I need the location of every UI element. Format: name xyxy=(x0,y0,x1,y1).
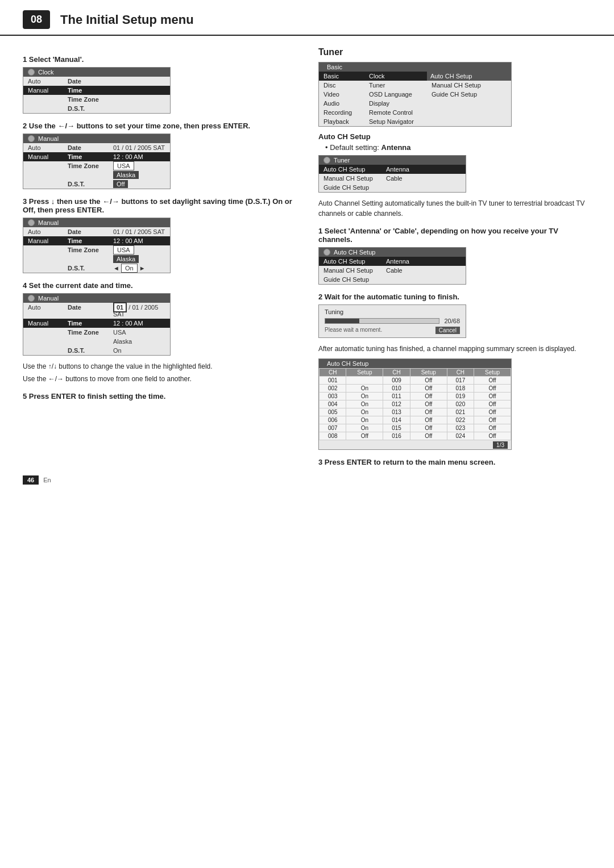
step3-heading: 3 Press ↓ then use the ←/→ buttons to se… xyxy=(23,197,296,214)
tuner-icon xyxy=(323,157,330,164)
tuning-sub: Please wait a moment. Cancel xyxy=(325,327,460,334)
step4-table: Auto Date 01 / 01 / 2005 SAT Manual Time… xyxy=(23,303,170,355)
tuning-count: 20/68 xyxy=(444,318,460,324)
tuning-bar-inner xyxy=(325,319,359,323)
auto-ch-menu-title: Auto CH Setup xyxy=(319,248,466,257)
basic-menu: Basic Basic Clock Auto CH Setup Disc Tun… xyxy=(318,62,512,127)
ch-table-header: CH Setup CH Setup CH Setup xyxy=(320,369,511,377)
table-row: Alaska xyxy=(23,337,170,346)
table-row: 004On 012Off 020Off xyxy=(320,400,511,408)
page-number: 46 xyxy=(23,475,39,485)
table-row: Manual CH Setup Cable xyxy=(319,174,466,183)
note1-text: Use the ↑/↓ buttons to change the value … xyxy=(23,361,296,372)
table-row: Basic Clock Auto CH Setup xyxy=(319,72,511,81)
table-row: Manual Time 12 : 00 AM xyxy=(23,319,170,328)
ch-table: CH Setup CH Setup CH Setup 001 009Off 01… xyxy=(319,368,511,440)
manual3-icon xyxy=(28,295,35,302)
table-row: Auto CH Setup Antenna xyxy=(319,257,466,266)
right-step3-heading: 3 Press ENTER to return to the main menu… xyxy=(318,458,591,466)
table-row: Manual Time 12 : 00 AM xyxy=(23,152,170,161)
table-row: 003On 011Off 019Off xyxy=(320,393,511,400)
table-row: Time Zone USA xyxy=(23,245,170,254)
page-lang: En xyxy=(43,477,51,483)
step1-menu-title: Clock xyxy=(23,68,170,77)
table-row: Auto Date xyxy=(23,77,170,86)
right-step1-heading: 1 Select 'Antenna' or 'Cable', depending… xyxy=(318,227,591,244)
auto-ch-title: Auto CH Setup xyxy=(318,132,591,141)
tuning-bar-row: 20/68 xyxy=(325,318,460,324)
auto-ch-menu: Auto CH Setup Auto CH Setup Antenna Manu… xyxy=(318,247,466,285)
table-row: 002On 010Off 018Off xyxy=(320,385,511,393)
tuner-table: Auto CH Setup Antenna Manual CH Setup Ca… xyxy=(319,165,466,192)
step2-heading: 2 Use the ←/→ buttons to set your time z… xyxy=(23,122,296,130)
table-row: Guide CH Setup xyxy=(319,183,466,192)
right-step2-heading: 2 Wait for the automatic tuning to finis… xyxy=(318,293,591,301)
table-row: Time Zone xyxy=(23,95,170,104)
step4-menu-title: Manual xyxy=(23,294,170,303)
table-row: 007On 015Off 023Off xyxy=(320,424,511,432)
auto-ch-icon xyxy=(323,249,330,256)
page-title: The Initial Setup menu xyxy=(60,12,194,27)
step2-menu: Manual Auto Date 01 / 01 / 2005 SAT Manu… xyxy=(23,133,171,189)
table-row: Alaska xyxy=(23,254,170,264)
after-tune-text: After automatic tuning has finished, a c… xyxy=(318,344,591,354)
table-row: Auto Date 01 / 01 / 2005 SAT xyxy=(23,143,170,152)
table-row: Playback Setup Navigator xyxy=(319,117,511,126)
step1-table: Auto Date Manual Time Time Zone xyxy=(23,77,170,113)
step1-heading: 1 Select 'Manual'. xyxy=(23,55,296,64)
chapter-badge: 08 xyxy=(23,10,50,29)
table-row: 001 009Off 017Off xyxy=(320,377,511,385)
table-row: Alaska xyxy=(23,170,170,180)
table-row: Video OSD Language Guide CH Setup xyxy=(319,90,511,99)
table-row: D.S.T. ◄ On ► xyxy=(23,264,170,273)
tuner-menu-title: Tuner xyxy=(319,156,466,165)
auto-ch-default: • Default setting: Antenna xyxy=(325,143,591,152)
step3-menu-title: Manual xyxy=(23,218,170,227)
step2-table: Auto Date 01 / 01 / 2005 SAT Manual Time… xyxy=(23,143,170,189)
table-row: Manual Time 12 : 00 AM xyxy=(23,236,170,245)
table-row: D.S.T. Off xyxy=(23,180,170,189)
table-row: Time Zone USA xyxy=(23,161,170,170)
step3-menu: Manual Auto Date 01 / 01 / 2005 SAT Manu… xyxy=(23,218,171,273)
table-row: 006On 014Off 022Off xyxy=(320,416,511,424)
table-row: Guide CH Setup xyxy=(319,275,466,284)
manual2-icon xyxy=(28,219,35,226)
step3-table: Auto Date 01 / 01 / 2005 SAT Manual Time… xyxy=(23,227,170,273)
step5-heading: 5 Press ENTER to finish setting the time… xyxy=(23,392,296,400)
step2-menu-title: Manual xyxy=(23,134,170,143)
page-header: 08 The Initial Setup menu xyxy=(0,0,614,36)
table-row: Auto Date 01 / 01 / 2005 SAT xyxy=(23,227,170,236)
page-wrapper: 08 The Initial Setup menu 1 Select 'Manu… xyxy=(0,0,614,490)
step1-menu: Clock Auto Date Manual Time xyxy=(23,67,171,114)
basic-menu-title: Basic xyxy=(319,62,511,72)
tuner-menu: Tuner Auto CH Setup Antenna Manual CH Se… xyxy=(318,155,466,193)
table-row: D.S.T. xyxy=(23,104,170,113)
ch-footnote: 1/3 xyxy=(319,440,511,449)
table-row: Recording Remote Control xyxy=(319,108,511,117)
cancel-button[interactable]: Cancel xyxy=(435,327,460,334)
tuner-section-title: Tuner xyxy=(318,47,591,57)
page-footer: 46 En xyxy=(0,470,614,490)
tuning-box: Tuning 20/68 Please wait a moment. Cance… xyxy=(318,304,466,338)
table-row: 008Off 016Off 024Off xyxy=(320,432,511,440)
note2-text: Use the ←/→ buttons to move from one fie… xyxy=(23,374,296,384)
content-area: 1 Select 'Manual'. Clock Auto Date Manua… xyxy=(0,47,614,470)
table-row: Disc Tuner Manual CH Setup xyxy=(319,81,511,90)
left-column: 1 Select 'Manual'. Clock Auto Date Manua… xyxy=(23,47,296,470)
auto-desc: Auto Channel Setting automatically tunes… xyxy=(318,198,591,219)
table-row: Auto CH Setup Antenna xyxy=(319,165,466,174)
step4-menu: Manual Auto Date 01 / 01 / 2005 SAT Manu… xyxy=(23,293,171,356)
ch-map-box: Auto CH Setup CH Setup CH Setup CH Setup… xyxy=(318,358,512,450)
table-row: Time Zone USA xyxy=(23,328,170,337)
tuning-bar-outer xyxy=(325,318,439,324)
step4-heading: 4 Set the current date and time. xyxy=(23,281,296,290)
auto-ch-table: Auto CH Setup Antenna Manual CH Setup Ca… xyxy=(319,257,466,284)
table-row: Auto Date 01 / 01 / 2005 SAT xyxy=(23,303,170,319)
table-row: Manual Time xyxy=(23,86,170,95)
table-row: D.S.T. On xyxy=(23,346,170,355)
basic-menu-table: Basic Clock Auto CH Setup Disc Tuner Man… xyxy=(319,72,511,126)
table-row: Audio Display xyxy=(319,99,511,108)
ch-map-title: Auto CH Setup xyxy=(319,359,511,368)
table-row: Manual CH Setup Cable xyxy=(319,266,466,275)
table-row: 005On 013Off 021Off xyxy=(320,408,511,416)
